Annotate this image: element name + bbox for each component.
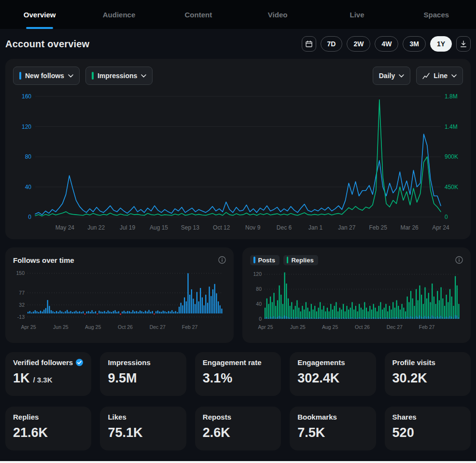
tab-audience-label: Audience (103, 11, 136, 19)
tab-live-label: Live (350, 11, 364, 19)
top-nav: Overview Audience Content Video Live Spa… (0, 0, 476, 29)
chevron-down-icon (68, 74, 73, 78)
replies-legend-chip[interactable]: Replies (283, 255, 318, 265)
verified-badge-icon (75, 358, 84, 367)
metric-card-reposts: Reposts 2.6K (195, 407, 281, 450)
svg-text:Aug 25: Aug 25 (85, 324, 101, 330)
svg-text:-13: -13 (17, 314, 25, 320)
metric-card-engagements: Engagements 302.4K (290, 352, 376, 396)
impressions-accent (92, 72, 94, 80)
info-icon[interactable] (218, 256, 226, 264)
active-tab-underline (26, 27, 53, 29)
svg-text:1.8M: 1.8M (445, 93, 458, 100)
chart-controls: New follows Impressions Daily Line (13, 67, 463, 85)
chevron-down-icon (141, 74, 146, 78)
svg-text:Jan 27: Jan 27 (338, 224, 355, 231)
svg-text:Apr 25: Apr 25 (21, 324, 36, 330)
metric-card-shares: Shares 520 (385, 407, 471, 450)
tab-spaces[interactable]: Spaces (397, 0, 476, 29)
chart-type-dropdown[interactable]: Line (416, 67, 463, 85)
svg-text:Apr 25: Apr 25 (258, 324, 273, 330)
tab-video[interactable]: Video (238, 0, 317, 29)
range-pill-3m[interactable]: 3M (403, 36, 425, 52)
metric-card-impressions: Impressions 9.5M (100, 352, 186, 396)
small-cards-row: Follows over time 1507732-13Apr 25Jun 25… (5, 247, 471, 343)
metric-value: 520 (392, 425, 463, 440)
tab-content[interactable]: Content (159, 0, 238, 29)
svg-text:32: 32 (19, 302, 25, 308)
metric-label: Verified followers (13, 358, 73, 367)
svg-text:80: 80 (25, 153, 32, 160)
range-pill-1y[interactable]: 1Y (430, 36, 452, 52)
impressions-dropdown[interactable]: Impressions (85, 67, 153, 85)
tab-spaces-label: Spaces (424, 11, 449, 19)
svg-text:Jun 25: Jun 25 (290, 324, 306, 330)
range-pill-7d[interactable]: 7D (321, 36, 343, 52)
range-pill-2w[interactable]: 2W (347, 36, 370, 52)
metric-value: 75.1K (108, 425, 178, 440)
page-title: Account overview (5, 39, 89, 50)
metric-card-bookmarks: Bookmarks 7.5K (290, 407, 376, 450)
granularity-dropdown[interactable]: Daily (373, 67, 410, 85)
new-follows-accent (19, 72, 21, 80)
svg-text:77: 77 (19, 290, 25, 296)
metric-label: Engagement rate (203, 358, 262, 367)
tab-overview[interactable]: Overview (0, 0, 79, 29)
calendar-button[interactable] (302, 36, 316, 52)
svg-text:Oct 26: Oct 26 (118, 324, 133, 330)
metric-value: 30.2K (392, 371, 463, 386)
svg-text:Sep 13: Sep 13 (181, 224, 199, 231)
chevron-down-icon (399, 74, 404, 78)
metric-label: Likes (108, 413, 126, 421)
page-header: Account overview 7D 2W 4W 3M 1Y (0, 29, 476, 59)
metric-value: 9.5M (108, 371, 178, 386)
svg-text:150: 150 (16, 270, 25, 276)
right-chart-controls: Daily Line (373, 67, 463, 85)
metric-value: 21.6K (13, 425, 84, 440)
svg-text:Jun 25: Jun 25 (53, 324, 69, 330)
metric-value: 302.4K (297, 371, 368, 386)
posts-legend-chip[interactable]: Posts (250, 255, 280, 265)
svg-text:40: 40 (256, 301, 262, 307)
svg-text:Feb 27: Feb 27 (182, 324, 198, 330)
tab-live[interactable]: Live (317, 0, 396, 29)
tab-overview-label: Overview (24, 11, 56, 19)
metric-label: Reposts (203, 413, 231, 421)
metric-label: Replies (13, 413, 39, 421)
replies-accent (287, 257, 289, 263)
svg-text:Jul 19: Jul 19 (120, 224, 135, 231)
svg-text:Jan 1: Jan 1 (308, 224, 323, 231)
download-button[interactable] (456, 36, 471, 52)
metric-label: Impressions (108, 358, 150, 367)
calendar-icon (305, 40, 313, 48)
svg-text:0: 0 (259, 316, 262, 322)
metric-card-profile-visits: Profile visits 30.2K (385, 352, 471, 396)
tab-audience[interactable]: Audience (79, 0, 158, 29)
svg-text:0: 0 (28, 214, 31, 220)
svg-text:1.4M: 1.4M (445, 123, 458, 130)
follows-card-title: Follows over time (13, 256, 74, 264)
info-icon[interactable] (455, 256, 463, 264)
metric-label: Shares (392, 413, 417, 421)
posts-replies-card: Posts Replies 12080400Apr 25Jun 25Aug 25… (242, 247, 471, 343)
metric-value: 3.1% (203, 371, 273, 386)
new-follows-dropdown[interactable]: New follows (13, 67, 80, 85)
line-chart-icon (422, 73, 430, 79)
tab-video-label: Video (268, 11, 288, 19)
new-follows-dropdown-label: New follows (25, 72, 64, 80)
svg-text:Dec 27: Dec 27 (150, 324, 166, 330)
metric-label: Engagements (297, 358, 345, 367)
posts-accent (253, 257, 255, 263)
svg-text:Nov 9: Nov 9 (245, 224, 261, 231)
metric-label: Profile visits (392, 358, 435, 367)
svg-text:Jun 22: Jun 22 (87, 224, 105, 231)
svg-text:160: 160 (22, 93, 31, 100)
follows-bar-chart: 1507732-13Apr 25Jun 25Aug 25Oct 26Dec 27… (13, 266, 226, 338)
range-pill-4w[interactable]: 4W (375, 36, 398, 52)
svg-text:120: 120 (22, 123, 31, 130)
main-chart-card: New follows Impressions Daily Line 00404… (5, 59, 471, 239)
impressions-dropdown-label: Impressions (98, 72, 137, 80)
metrics-grid: Verified followers 1K / 3.3K Impressions… (5, 352, 471, 450)
svg-text:450K: 450K (445, 184, 458, 191)
chart-type-label: Line (434, 72, 448, 80)
